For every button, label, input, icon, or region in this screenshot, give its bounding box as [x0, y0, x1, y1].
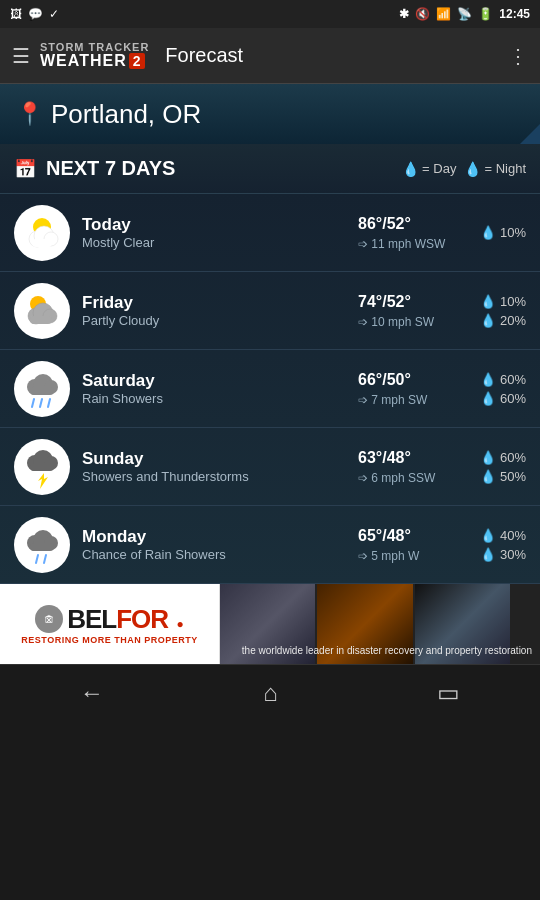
status-right-icons: ✱ 🔇 📶 📡 🔋 12:45	[399, 7, 530, 21]
night-precip-3: 💧50%	[480, 469, 526, 484]
day-name-4: Monday	[82, 527, 346, 547]
day-legend: 💧 = Day	[402, 161, 456, 177]
svg-rect-4	[32, 239, 52, 247]
night-drop-1: 💧	[480, 313, 496, 328]
day-info-1: Friday Partly Cloudy	[70, 293, 358, 328]
night-precip-0: 💧10%	[480, 225, 526, 240]
day-name-2: Saturday	[82, 371, 346, 391]
night-drop-2: 💧	[480, 391, 496, 406]
photo-icon: 🖼	[10, 7, 22, 21]
temp-wind-2: 66°/50° ➩ 7 mph SW	[358, 371, 468, 407]
day-name-3: Sunday	[82, 449, 346, 469]
wind-text-0: ➩ 11 mph WSW	[358, 237, 468, 251]
recents-button[interactable]: ▭	[427, 669, 470, 717]
logo-bottom-text: WEATHER	[40, 53, 127, 69]
day-precip-pct-3: 60%	[500, 450, 526, 465]
svg-rect-25	[30, 543, 54, 551]
precip-column-2: 💧60% 💧60%	[468, 372, 526, 406]
night-precip-pct-4: 30%	[500, 547, 526, 562]
wind-text-2: ➩ 7 mph SW	[358, 393, 468, 407]
weather-icon-3	[14, 439, 70, 495]
temp-text-1: 74°/52°	[358, 293, 468, 311]
day-precip-pct-4: 40%	[500, 528, 526, 543]
svg-rect-13	[30, 387, 54, 395]
night-drop-0: 💧	[480, 225, 496, 240]
day-precip-4: 💧40%	[480, 528, 526, 543]
day-precip-3: 💧60%	[480, 450, 526, 465]
night-drop-3: 💧	[480, 469, 496, 484]
table-row[interactable]: Sunday Showers and Thunderstorms 63°/48°…	[0, 428, 540, 506]
status-bar: 🖼 💬 ✓ ✱ 🔇 📶 📡 🔋 12:45	[0, 0, 540, 28]
day-drop-icon: 💧	[402, 161, 419, 177]
day-condition-2: Rain Showers	[82, 391, 346, 406]
svg-line-16	[48, 399, 50, 407]
battery-icon: 🔋	[478, 7, 493, 21]
home-button[interactable]: ⌂	[253, 669, 288, 717]
hamburger-menu-icon[interactable]: ☰	[12, 44, 30, 68]
day-precip-pct-1: 10%	[500, 294, 526, 309]
day-drop-2: 💧	[480, 372, 496, 387]
night-drop-icon: 💧	[464, 161, 481, 177]
weather-icon-0	[14, 205, 70, 261]
back-button[interactable]: ←	[70, 669, 114, 717]
table-row[interactable]: Saturday Rain Showers 66°/50° ➩ 7 mph SW…	[0, 350, 540, 428]
app-bar-title: Forecast	[165, 44, 508, 67]
seven-days-label: NEXT 7 DAYS	[46, 157, 402, 180]
svg-line-14	[32, 399, 34, 407]
svg-rect-20	[30, 463, 54, 471]
temp-text-2: 66°/50°	[358, 371, 468, 389]
more-options-icon[interactable]: ⋮	[508, 44, 528, 68]
precip-column-4: 💧40% 💧30%	[468, 528, 526, 562]
belfor-tagline: RESTORING MORE THAN PROPERTY	[21, 635, 197, 645]
svg-line-27	[44, 555, 46, 563]
table-row[interactable]: Friday Partly Cloudy 74°/52° ➩ 10 mph SW…	[0, 272, 540, 350]
triangle-icon	[520, 124, 540, 144]
day-drop-1: 💧	[480, 294, 496, 309]
night-precip-pct-3: 50%	[500, 469, 526, 484]
signal-icon: 📡	[457, 7, 472, 21]
day-drop-3: 💧	[480, 450, 496, 465]
logo-num: 2	[129, 53, 145, 69]
belfor-name: BELFOR	[67, 604, 168, 634]
seven-days-header: 📅 NEXT 7 DAYS 💧 = Day 💧 = Night	[0, 144, 540, 194]
location-pin-icon: 📍	[16, 101, 43, 127]
day-info-4: Monday Chance of Rain Showers	[70, 527, 358, 562]
table-row[interactable]: Monday Chance of Rain Showers 65°/48° ➩ …	[0, 506, 540, 584]
hangouts-icon: 💬	[28, 7, 43, 21]
day-legend-label: = Day	[422, 161, 456, 176]
day-condition-4: Chance of Rain Showers	[82, 547, 346, 562]
table-row[interactable]: Today Mostly Clear 86°/52° ➩ 11 mph WSW …	[0, 194, 540, 272]
nav-bar: ← ⌂ ▭	[0, 664, 540, 720]
day-precip-1: 💧10%	[480, 294, 526, 309]
ad-right: the worldwide leader in disaster recover…	[220, 584, 540, 664]
mute-icon: 🔇	[415, 7, 430, 21]
ad-banner[interactable]: 🏚 BELFOR ● RESTORING MORE THAN PROPERTY …	[0, 584, 540, 664]
location-bar[interactable]: 📍 Portland, OR	[0, 84, 540, 144]
day-condition-1: Partly Cloudy	[82, 313, 346, 328]
night-precip-2: 💧60%	[480, 391, 526, 406]
night-precip-pct-1: 20%	[500, 313, 526, 328]
precip-column-3: 💧60% 💧50%	[468, 450, 526, 484]
location-city: Portland, OR	[51, 99, 201, 130]
wind-text-4: ➩ 5 mph W	[358, 549, 468, 563]
day-condition-3: Showers and Thunderstorms	[82, 469, 346, 484]
day-name-0: Today	[82, 215, 346, 235]
weather-list: Today Mostly Clear 86°/52° ➩ 11 mph WSW …	[0, 194, 540, 584]
night-precip-4: 💧30%	[480, 547, 526, 562]
app-logo: STORM TRACKER WEATHER 2	[40, 42, 149, 69]
day-name-1: Friday	[82, 293, 346, 313]
day-info-3: Sunday Showers and Thunderstorms	[70, 449, 358, 484]
belfor-logo: BELFOR ●	[67, 604, 184, 635]
day-drop-4: 💧	[480, 528, 496, 543]
wifi-icon: 📶	[436, 7, 451, 21]
weather-icon-2	[14, 361, 70, 417]
temp-text-0: 86°/52°	[358, 215, 468, 233]
ad-left: 🏚 BELFOR ● RESTORING MORE THAN PROPERTY	[0, 584, 220, 664]
night-drop-4: 💧	[480, 547, 496, 562]
night-legend-label: = Night	[484, 161, 526, 176]
status-left-icons: 🖼 💬 ✓	[10, 7, 59, 21]
svg-rect-9	[30, 316, 52, 324]
precip-column-0: 💧10%	[468, 225, 526, 240]
svg-line-15	[40, 399, 42, 407]
ad-description: the worldwide leader in disaster recover…	[228, 645, 532, 656]
